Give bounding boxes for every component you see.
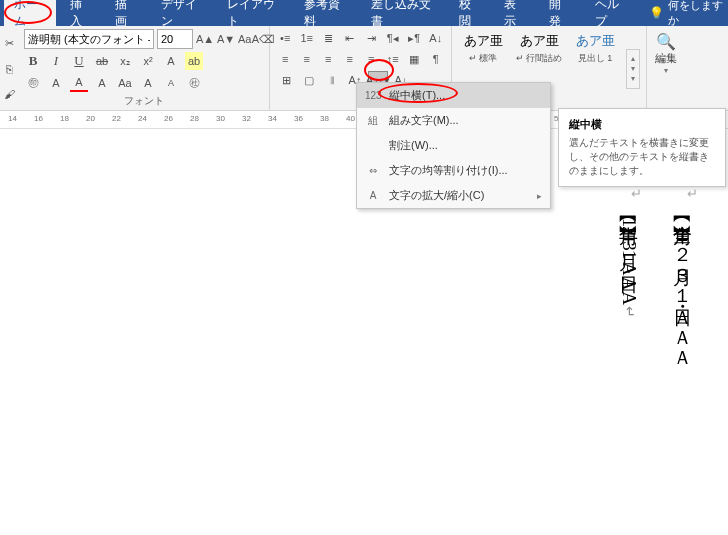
align-left-button[interactable]: ≡	[276, 50, 295, 68]
page: ↵ ↵ 【全角】１２月３１日・ＡＡＡ 【半角】 12 月 31 日・AAA↵	[538, 160, 728, 535]
para-mark-icon: ↵	[631, 186, 642, 201]
editing-group[interactable]: 🔍 編集 ▾	[647, 26, 685, 110]
indent-inc-button[interactable]: ⇥	[362, 29, 381, 47]
editing-label: 編集	[655, 51, 677, 66]
show-marks-button[interactable]: ¶	[427, 50, 446, 68]
strike-button[interactable]: ab	[93, 52, 111, 70]
vertical-text-fullwidth[interactable]: 【全角】１２月３１日・ＡＡＡ	[660, 210, 706, 357]
borders-button[interactable]: ▢	[299, 71, 319, 89]
ruler-number: 26	[164, 114, 173, 123]
menu-warichu[interactable]: 割注(W)...	[357, 133, 550, 158]
shrink-font-icon[interactable]: A▼	[217, 30, 235, 48]
ruler-number: 34	[268, 114, 277, 123]
vertical-text-halfwidth[interactable]: 【半角】 12 月 31 日・AAA↵	[606, 210, 652, 319]
ruler-number: 32	[242, 114, 251, 123]
chevron-down-icon: ▾	[655, 66, 677, 75]
superscript-button[interactable]: x²	[139, 52, 157, 70]
style-heading1[interactable]: あア亜 見出し 1	[570, 30, 620, 108]
ruler-number: 30	[216, 114, 225, 123]
chevron-up-icon: ▴	[627, 54, 639, 64]
ruler-number: 22	[112, 114, 121, 123]
ruler-number: 16	[34, 114, 43, 123]
subscript-button[interactable]: x₂	[116, 52, 134, 70]
menu-tate-chu-yoko[interactable]: 123 縦中横(T)...	[357, 83, 550, 108]
italic-button[interactable]: I	[47, 52, 65, 70]
circle-enclosure-button[interactable]: ㊓	[185, 74, 203, 92]
tell-me-search[interactable]: 💡 何をしますか	[649, 0, 724, 28]
menu-char-scaling[interactable]: A 文字の拡大/縮小(C) ▸	[357, 183, 550, 208]
enlarge-a-button[interactable]: A	[139, 74, 157, 92]
para-mark-icon: ↵	[687, 186, 698, 201]
font-group-label: フォント	[24, 92, 263, 110]
rtl-button[interactable]: ▸¶	[405, 29, 424, 47]
char-shading-button[interactable]: A	[93, 74, 111, 92]
font-size-combo[interactable]	[157, 29, 193, 49]
border-button[interactable]: A	[47, 74, 65, 92]
ruler-number: 20	[86, 114, 95, 123]
copy-icon[interactable]: ⎘	[2, 63, 16, 75]
align-objects-button[interactable]: ⫴	[322, 71, 342, 89]
tell-me-label: 何をしますか	[668, 0, 724, 28]
tooltip-title: 縦中横	[569, 117, 715, 132]
para-mark-icon: ↵	[622, 306, 637, 319]
ruler-number: 40	[346, 114, 355, 123]
multilevel-button[interactable]: ≣	[319, 29, 338, 47]
ruler-number: 28	[190, 114, 199, 123]
chevron-down-icon: ▾	[627, 64, 639, 74]
line-spacing-button[interactable]: ↕≡	[384, 50, 403, 68]
underline-button[interactable]: U	[70, 52, 88, 70]
bold-button[interactable]: B	[24, 52, 42, 70]
numbering-button[interactable]: 1≡	[298, 29, 317, 47]
phonetic-icon[interactable]: Aa	[238, 30, 251, 48]
chevron-more-icon: ▾	[627, 74, 639, 84]
justify-button[interactable]: ≡	[341, 50, 360, 68]
shrink-a-button[interactable]: A	[162, 74, 180, 92]
clipboard-strip: ✂ ⎘ 🖌	[0, 26, 18, 110]
align-center-button[interactable]: ≡	[298, 50, 317, 68]
asian-layout-menu: 123 縦中横(T)... 組 組み文字(M)... 割注(W)... ⇔ 文字…	[356, 82, 551, 209]
bulb-icon: 💡	[649, 6, 664, 20]
ruler-number: 14	[8, 114, 17, 123]
grow-font-icon[interactable]: A▲	[196, 30, 214, 48]
tcy-icon: 123	[365, 90, 381, 101]
bullets-button[interactable]: •≡	[276, 29, 295, 47]
ltr-button[interactable]: ¶◂	[384, 29, 403, 47]
enclosed-char-button[interactable]: ㊞	[24, 74, 42, 92]
indent-dec-button[interactable]: ⇤	[341, 29, 360, 47]
menu-tabs: ホーム 挿入 描画 デザイン レイアウト 参考資料 差し込み文書 校閲 表示 開…	[0, 0, 728, 26]
ruler-number: 18	[60, 114, 69, 123]
cut-icon[interactable]: ✂	[2, 37, 16, 50]
font-color-button[interactable]: A	[70, 74, 88, 92]
scaling-icon: A	[365, 190, 381, 201]
shading-button[interactable]: ▦	[405, 50, 424, 68]
sort-button[interactable]: A↓	[427, 29, 446, 47]
styles-expand-button[interactable]: ▴ ▾ ▾	[626, 49, 640, 89]
tooltip-tcy: 縦中横 選んだテキストを横書きに変更し、その他のテキストを縦書きのままにします。	[558, 108, 726, 187]
snap-grid-button[interactable]: ⊞	[276, 71, 296, 89]
highlight-button[interactable]: ab	[185, 52, 203, 70]
change-case-button[interactable]: Aa	[116, 74, 134, 92]
ruler-number: 36	[294, 114, 303, 123]
menu-combine-chars[interactable]: 組 組み文字(M)...	[357, 108, 550, 133]
ruler-number: 24	[138, 114, 147, 123]
format-painter-icon[interactable]: 🖌	[2, 88, 16, 100]
chevron-right-icon: ▸	[537, 191, 542, 201]
search-icon: 🔍	[655, 32, 677, 51]
distribute-icon: ⇔	[365, 165, 381, 176]
font-group: A▲ A▼ Aa A⌫ B I U ab x₂ x² A ab ㊞ A A A …	[18, 26, 270, 110]
combine-icon: 組	[365, 114, 381, 128]
menu-distribute-chars[interactable]: ⇔ 文字の均等割り付け(I)...	[357, 158, 550, 183]
distribute-button[interactable]: ≡	[362, 50, 381, 68]
ruler-number: 38	[320, 114, 329, 123]
text-effects-button[interactable]: A	[162, 52, 180, 70]
tooltip-body: 選んだテキストを横書きに変更し、その他のテキストを縦書きのままにします。	[569, 136, 715, 178]
align-right-button[interactable]: ≡	[319, 50, 338, 68]
font-name-combo[interactable]	[24, 29, 154, 49]
